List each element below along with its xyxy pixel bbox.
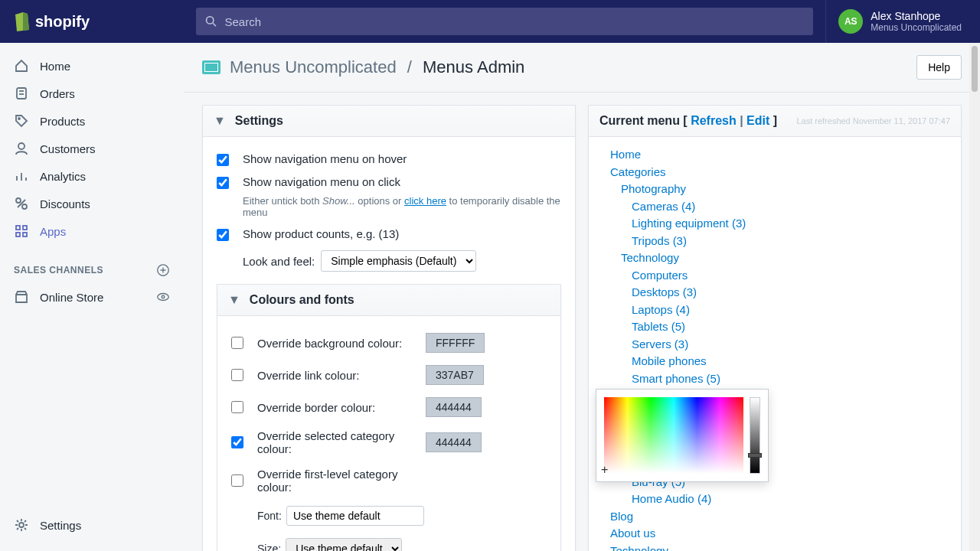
- breadcrumb-app[interactable]: Menus Uncomplicated: [230, 57, 397, 77]
- page-header: Menus Uncomplicated / Menus Admin Help: [184, 43, 980, 93]
- breadcrumb-current: Menus Admin: [423, 57, 524, 77]
- orders-icon: [14, 86, 29, 101]
- nav-discounts[interactable]: Discounts: [0, 190, 184, 217]
- look-select[interactable]: Simple emphasis (Default): [321, 250, 476, 272]
- user-menu[interactable]: AS Alex Stanhope Menus Uncomplicated: [825, 0, 980, 43]
- tree-link[interactable]: Photography: [603, 181, 947, 198]
- refresh-link[interactable]: Refresh: [691, 114, 737, 127]
- nav-apps[interactable]: Apps: [0, 217, 184, 245]
- nav-online-store[interactable]: Online Store: [0, 283, 184, 311]
- svg-point-22: [162, 295, 165, 298]
- tree-link[interactable]: Tripods (3): [603, 233, 947, 250]
- disable-note: Either untick both Show... options or cl…: [243, 195, 561, 218]
- current-menu-panel: Current menu [ Refresh | Edit ] Last ref…: [588, 105, 962, 551]
- link-override-checkbox[interactable]: [231, 369, 243, 381]
- tree-link[interactable]: Computers: [603, 267, 947, 285]
- tree-link[interactable]: Technology: [603, 543, 947, 552]
- svg-point-11: [16, 198, 21, 203]
- svg-point-7: [18, 143, 24, 149]
- chevron-down-icon: ▼: [228, 293, 240, 307]
- first-override-checkbox[interactable]: [231, 474, 243, 487]
- nav-orders[interactable]: Orders: [0, 80, 184, 107]
- help-button[interactable]: Help: [916, 55, 962, 80]
- tree-link[interactable]: Home Audio (4): [603, 491, 947, 508]
- crosshair-icon: +: [601, 463, 608, 477]
- edit-link[interactable]: Edit: [746, 114, 769, 127]
- home-icon: [14, 58, 29, 73]
- svg-point-12: [22, 204, 27, 209]
- search-field[interactable]: [224, 15, 804, 28]
- gear-icon: [14, 517, 29, 533]
- tree-link[interactable]: About us: [603, 525, 947, 543]
- user-name: Alex Stanhope: [871, 10, 962, 23]
- svg-text:shopify: shopify: [35, 13, 90, 30]
- search-wrap: [184, 8, 825, 35]
- slider-handle[interactable]: [748, 453, 762, 458]
- settings-panel: ▼ Settings Show navigation menu on hover…: [202, 105, 576, 551]
- nav-customers[interactable]: Customers: [0, 135, 184, 162]
- view-store-icon[interactable]: [156, 290, 170, 304]
- svg-line-13: [18, 200, 25, 207]
- tree-link[interactable]: Categories: [603, 164, 947, 181]
- scrollbar[interactable]: [969, 43, 980, 551]
- user-store: Menus Uncomplicated: [871, 22, 962, 33]
- svg-point-21: [158, 294, 168, 301]
- color-picker[interactable]: +: [596, 389, 769, 482]
- tree-link[interactable]: Laptops (4): [603, 302, 947, 319]
- nav-home[interactable]: Home: [0, 52, 184, 80]
- bg-override-checkbox[interactable]: [231, 337, 243, 349]
- current-menu-header: Current menu [ Refresh | Edit ] Last ref…: [589, 106, 961, 137]
- search-icon: [205, 15, 217, 28]
- link-color-button[interactable]: 337AB7: [426, 365, 484, 385]
- tree-link[interactable]: Desktops (3): [603, 284, 947, 302]
- nav-settings[interactable]: Settings: [0, 511, 184, 539]
- selected-override-checkbox[interactable]: [231, 436, 243, 448]
- add-channel-icon[interactable]: [156, 263, 170, 277]
- tree-link[interactable]: Mobile phones: [603, 353, 947, 370]
- click-checkbox[interactable]: [217, 177, 229, 189]
- tree-link[interactable]: Lighting equipment (3): [603, 215, 947, 233]
- nav-products[interactable]: Products: [0, 107, 184, 135]
- svg-point-23: [19, 523, 24, 527]
- svg-rect-16: [16, 233, 20, 236]
- border-color-button[interactable]: 444444: [426, 397, 482, 417]
- main-content: Menus Uncomplicated / Menus Admin Help ▼…: [184, 43, 980, 551]
- bg-color-button[interactable]: FFFFFF: [426, 333, 485, 353]
- logo[interactable]: shopify: [0, 10, 184, 33]
- hue-saturation-area[interactable]: +: [604, 397, 743, 474]
- last-refreshed: Last refreshed November 11, 2017 07:47: [796, 116, 950, 126]
- settings-panel-header[interactable]: ▼ Settings: [203, 106, 575, 137]
- topbar: shopify AS Alex Stanhope Menus Uncomplic…: [0, 0, 980, 43]
- tree-link[interactable]: Technology: [603, 249, 947, 267]
- nav-analytics[interactable]: Analytics: [0, 162, 184, 190]
- svg-rect-17: [23, 233, 27, 236]
- tree-link[interactable]: Blog: [603, 508, 947, 526]
- menu-tree: HomeCategoriesPhotographyCameras (4)Ligh…: [589, 137, 961, 551]
- border-override-checkbox[interactable]: [231, 401, 243, 413]
- tree-link[interactable]: Home: [603, 146, 947, 164]
- discounts-icon: [14, 196, 29, 211]
- counts-checkbox[interactable]: [217, 229, 229, 241]
- disable-link[interactable]: click here: [404, 195, 446, 207]
- apps-icon: [14, 223, 29, 239]
- tree-link[interactable]: Cameras (4): [603, 198, 947, 216]
- svg-rect-3: [17, 88, 26, 99]
- tree-link[interactable]: Servers (3): [603, 336, 947, 354]
- luminance-slider[interactable]: [750, 397, 760, 474]
- font-input[interactable]: [286, 506, 424, 526]
- colours-panel: ▼ Colours and fonts Override background …: [217, 284, 561, 551]
- tree-link[interactable]: Smart phones (5): [603, 370, 947, 388]
- hover-checkbox[interactable]: [217, 154, 229, 166]
- search-input[interactable]: [196, 8, 813, 35]
- store-icon: [14, 289, 29, 305]
- customers-icon: [14, 141, 29, 156]
- svg-rect-15: [23, 226, 27, 230]
- size-select[interactable]: Use theme default: [286, 538, 402, 551]
- tree-link[interactable]: Tablets (5): [603, 318, 947, 336]
- svg-line-2: [213, 23, 216, 26]
- app-icon: [202, 60, 220, 74]
- colours-panel-header[interactable]: ▼ Colours and fonts: [217, 285, 560, 316]
- sales-channels-header: SALES CHANNELS: [0, 245, 184, 283]
- analytics-icon: [14, 168, 29, 184]
- selected-color-button[interactable]: 444444: [426, 432, 482, 452]
